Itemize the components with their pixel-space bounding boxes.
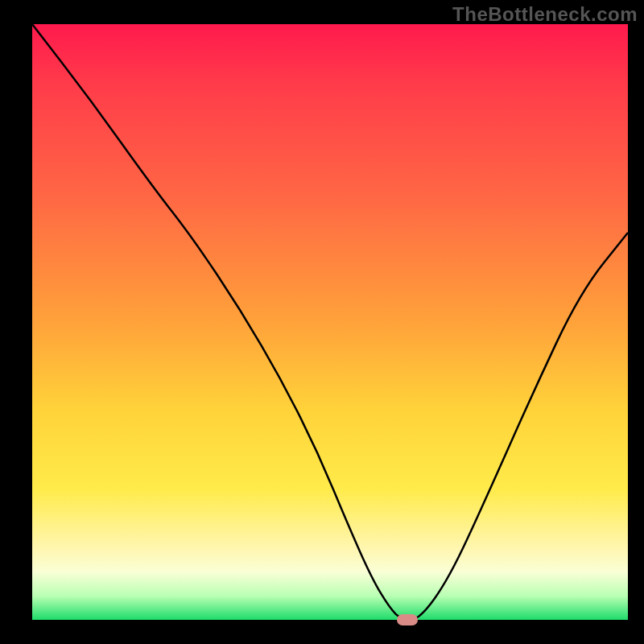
curve-path <box>32 24 628 620</box>
watermark-text: TheBottleneck.com <box>452 3 638 26</box>
bottleneck-notch-marker <box>397 614 418 625</box>
chart-frame: TheBottleneck.com <box>0 0 644 644</box>
bottleneck-curve <box>32 24 628 620</box>
plot-area <box>32 24 628 620</box>
